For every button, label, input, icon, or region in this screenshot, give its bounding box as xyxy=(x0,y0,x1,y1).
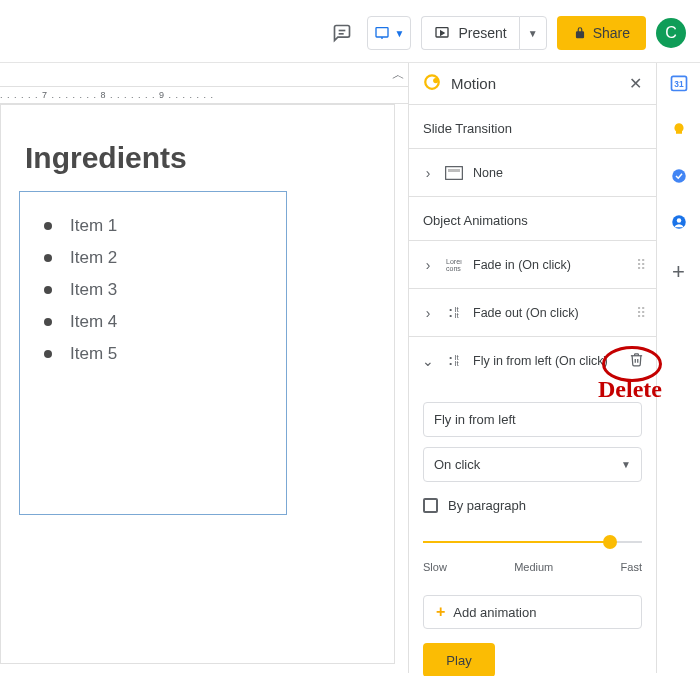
side-addon-bar: 31 + xyxy=(656,63,700,673)
trigger-select[interactable]: On click ▼ xyxy=(423,447,642,482)
add-addon-icon[interactable]: + xyxy=(672,259,685,285)
keep-icon[interactable] xyxy=(670,121,688,143)
drag-handle-icon[interactable]: ⠿ xyxy=(636,257,644,273)
list-item: Item 5 xyxy=(20,338,286,370)
svg-marker-4 xyxy=(441,31,444,35)
motion-icon xyxy=(423,73,441,94)
slide-frame-icon xyxy=(445,166,463,180)
by-paragraph-checkbox[interactable] xyxy=(423,498,438,513)
play-button[interactable]: Play xyxy=(423,643,495,676)
animation-label: Fade in (On click) xyxy=(473,258,571,272)
bullet-icon xyxy=(44,254,52,262)
page-title: Ingredients xyxy=(25,141,187,175)
svg-rect-8 xyxy=(448,169,460,172)
svg-point-11 xyxy=(672,169,686,183)
present-button[interactable]: Present xyxy=(421,16,518,50)
avatar[interactable]: C xyxy=(656,18,686,48)
list-item: Item 1 xyxy=(20,210,286,242)
bullets-icon: • It• It xyxy=(445,307,463,319)
speed-medium-label: Medium xyxy=(514,561,553,573)
chevron-down-icon: ⌄ xyxy=(421,353,435,369)
trash-icon[interactable] xyxy=(629,352,644,370)
list-item: Item 4 xyxy=(20,306,286,338)
bullets-icon: • It• It xyxy=(445,355,463,367)
section-transition-label: Slide Transition xyxy=(409,105,656,148)
animation-details: Fly in from left On click ▼ By paragraph… xyxy=(409,384,656,577)
svg-point-6 xyxy=(433,78,438,83)
list-item: Item 2 xyxy=(20,242,286,274)
share-label: Share xyxy=(593,25,630,41)
item-list: Item 1 Item 2 Item 3 Item 4 Item 5 xyxy=(20,210,286,370)
text-block-icon: Loreıcons xyxy=(445,258,463,272)
speed-fast-label: Fast xyxy=(621,561,642,573)
slider-thumb[interactable] xyxy=(603,535,617,549)
comment-icon[interactable] xyxy=(327,18,357,48)
ruler: . . . . . . 7 . . . . . . . 8 . . . . . … xyxy=(0,86,408,104)
animation-label: Fly in from left (On click) xyxy=(473,354,608,368)
by-paragraph-label: By paragraph xyxy=(448,498,526,513)
list-item: Item 3 xyxy=(20,274,286,306)
plus-icon: + xyxy=(436,603,445,621)
speed-slider[interactable] xyxy=(423,535,642,549)
collapse-panel-icon[interactable]: ︿ xyxy=(392,66,405,84)
slideshow-dropdown[interactable]: ▼ xyxy=(367,16,411,50)
motion-panel: Motion ✕ Slide Transition › None Object … xyxy=(408,63,656,673)
bullet-icon xyxy=(44,222,52,230)
bullet-icon xyxy=(44,318,52,326)
present-label: Present xyxy=(458,25,506,41)
content-placeholder[interactable]: Item 1 Item 2 Item 3 Item 4 Item 5 xyxy=(19,191,287,515)
contacts-icon[interactable] xyxy=(670,213,688,235)
bullet-icon xyxy=(44,286,52,294)
transition-none-label: None xyxy=(473,166,503,180)
chevron-right-icon: › xyxy=(421,165,435,181)
tasks-icon[interactable] xyxy=(670,167,688,189)
chevron-down-icon: ▼ xyxy=(621,459,631,470)
effect-select[interactable]: Fly in from left xyxy=(423,402,642,437)
close-icon[interactable]: ✕ xyxy=(629,74,642,93)
panel-title: Motion xyxy=(451,75,496,92)
chevron-right-icon: › xyxy=(421,257,435,273)
animation-row-expanded[interactable]: ⌄ • It• It Fly in from left (On click) xyxy=(409,336,656,384)
svg-rect-2 xyxy=(376,28,388,37)
animation-row[interactable]: › • It• It Fade out (On click) ⠿ xyxy=(409,288,656,336)
add-animation-button[interactable]: + Add animation xyxy=(423,595,642,629)
speed-slow-label: Slow xyxy=(423,561,447,573)
calendar-icon[interactable]: 31 xyxy=(669,73,689,97)
chevron-right-icon: › xyxy=(421,305,435,321)
animation-label: Fade out (On click) xyxy=(473,306,579,320)
svg-text:31: 31 xyxy=(674,79,684,89)
drag-handle-icon[interactable]: ⠿ xyxy=(636,305,644,321)
bullet-icon xyxy=(44,350,52,358)
section-animations-label: Object Animations xyxy=(409,196,656,240)
svg-rect-7 xyxy=(446,166,463,179)
share-button[interactable]: Share xyxy=(557,16,646,50)
svg-point-13 xyxy=(676,218,681,223)
animation-row[interactable]: › Loreıcons Fade in (On click) ⠿ xyxy=(409,240,656,288)
transition-row[interactable]: › None xyxy=(409,148,656,196)
present-dropdown[interactable]: ▼ xyxy=(519,16,547,50)
slide-canvas[interactable]: Ingredients Item 1 Item 2 Item 3 Item 4 … xyxy=(0,104,395,664)
